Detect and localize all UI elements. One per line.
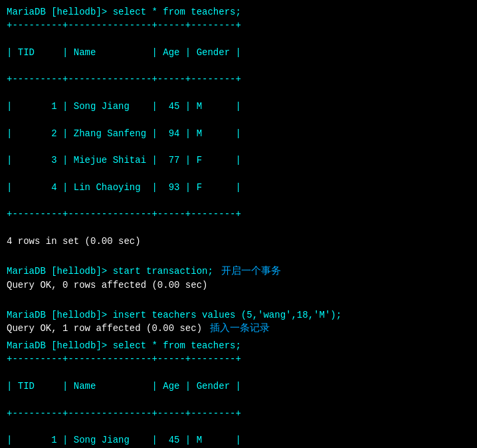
table-row: | 1 | Song Jiang | 45 | M | [7,100,470,113]
prompt-text: MariaDB [hellodb]> insert teachers value… [7,308,341,322]
prompt-line: MariaDB [hellodb]> start transaction;开启一… [7,265,470,279]
table-row: +---------+---------------+-----+-------… [7,352,470,366]
table-row: | TID | Name | Age | Gender | [7,380,470,393]
annotation-text: 开启一个事务 [221,265,281,279]
table-row: | 1 | Song Jiang | 45 | M | [7,433,470,447]
terminal-block: MariaDB [hellodb]> select * from teacher… [7,339,470,448]
table-row: | 3 | Miejue Shitai | 77 | F | [7,154,470,167]
result-annotated-line: Query OK, 1 row affected (0.00 sec)插入一条记… [7,322,470,336]
result-line: Query OK, 0 rows affected (0.00 sec) [7,279,470,292]
terminal-output: MariaDB [hellodb]> select * from teacher… [7,5,470,448]
table-row: +---------+---------------+-----+-------… [7,207,470,221]
terminal-block: MariaDB [hellodb]> insert teachers value… [7,308,470,336]
prompt-line: MariaDB [hellodb]> insert teachers value… [7,308,470,322]
prompt-text: MariaDB [hellodb]> start transaction; [7,265,213,278]
annotation-text: 插入一条记录 [210,322,270,336]
table-row: | 4 | Lin Chaoying | 93 | F | [7,181,470,194]
table-row: +---------+---------------+-----+-------… [7,19,470,32]
terminal-block: MariaDB [hellodb]> select * from teacher… [7,5,470,262]
table-row: +---------+---------------+-----+-------… [7,72,470,86]
prompt-line: MariaDB [hellodb]> select * from teacher… [7,5,470,19]
result-text: Query OK, 1 row affected (0.00 sec) [7,322,202,335]
table-row: | 2 | Zhang Sanfeng | 94 | M | [7,127,470,140]
prompt-text: MariaDB [hellodb]> select * from teacher… [7,5,241,19]
result-line: 4 rows in set (0.00 sec) [7,235,470,248]
table-row: +---------+---------------+-----+-------… [7,407,470,420]
prompt-text: MariaDB [hellodb]> select * from teacher… [7,339,241,352]
prompt-line: MariaDB [hellodb]> select * from teacher… [7,339,470,352]
terminal-block: MariaDB [hellodb]> start transaction;开启一… [7,265,470,306]
table-row: | TID | Name | Age | Gender | [7,46,470,59]
